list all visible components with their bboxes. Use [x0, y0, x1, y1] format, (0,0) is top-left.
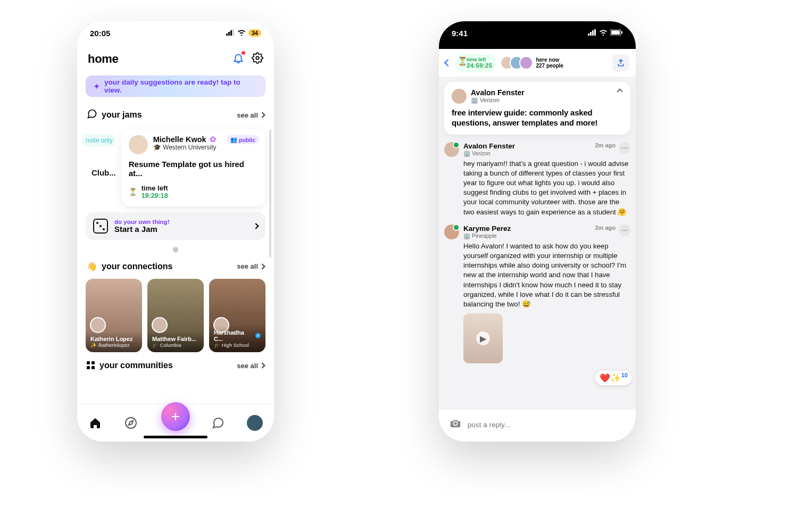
svg-rect-14 — [594, 29, 596, 36]
see-all-communities[interactable]: see all — [237, 362, 264, 370]
reply-input[interactable] — [467, 420, 625, 429]
camera-button[interactable] — [450, 418, 461, 431]
hourglass-icon: ⏳ — [129, 188, 137, 196]
connection-name: Matthew Fairb... — [152, 336, 199, 342]
reaction-count: 10 — [621, 372, 628, 378]
avatar-stack — [500, 56, 533, 70]
notification-dot-icon — [242, 51, 245, 55]
status-bar: 20:05 34 — [77, 21, 274, 45]
jam-topbar: time left 24:59:25 here now 227 people — [439, 49, 636, 77]
connection-card[interactable]: Matthew Fairb... 🎓 Columbia — [147, 279, 204, 352]
settings-button[interactable] — [252, 52, 263, 66]
here-now[interactable]: here now 227 people — [500, 56, 563, 70]
msg-org: 🏢 Verizon — [463, 150, 515, 157]
nav-messages[interactable] — [211, 416, 225, 430]
svg-rect-7 — [87, 366, 90, 369]
banner-text: your daily suggestions are ready! tap to… — [104, 78, 258, 94]
avatar — [90, 317, 106, 333]
author-avatar[interactable] — [444, 142, 459, 157]
connection-card[interactable]: Harshadha C... ✓ 🎓 High School — [209, 279, 265, 352]
msg-author: Avalon Fenster — [463, 142, 515, 150]
online-dot-icon — [453, 224, 460, 231]
home-content: home ✦ your daily suggestions are ready!… — [77, 45, 274, 442]
svg-rect-3 — [232, 29, 234, 36]
see-all-connections[interactable]: see all — [237, 262, 264, 270]
battery-icon — [610, 28, 623, 38]
chevron-right-icon — [259, 362, 265, 368]
notifications-button[interactable] — [232, 52, 244, 66]
section-title: your connections — [102, 262, 172, 271]
jam-author-name: Michelle Kwok — [153, 135, 206, 144]
svg-rect-2 — [230, 30, 232, 36]
nav-home[interactable] — [88, 416, 102, 430]
section-title: your jams — [102, 110, 142, 120]
online-dot-icon — [453, 142, 460, 148]
reply-bar — [444, 413, 630, 436]
avatar — [152, 317, 168, 333]
message: Avalon Fenster 🏢 Verizon 2m ago ⋯ hey ma… — [444, 142, 630, 217]
back-button[interactable] — [444, 59, 452, 66]
play-icon: ▶ — [476, 331, 490, 345]
scrollbar-icon[interactable] — [269, 130, 271, 257]
start-jam-card[interactable]: do your own thing! Start a Jam — [86, 212, 265, 240]
chevron-right-icon — [259, 112, 265, 118]
chevron-right-icon — [253, 223, 259, 229]
reaction-emoji: ❤️✨ — [600, 373, 621, 383]
msg-text: Hello Avalon! I wanted to ask how do you… — [463, 242, 630, 310]
status-icons: 34 — [226, 28, 261, 38]
carousel-indicator: ● — [77, 246, 274, 252]
start-jam-label: Start a Jam — [114, 225, 169, 234]
wave-icon: 👋 — [87, 261, 97, 271]
verified-badge-icon: ✓ — [255, 333, 261, 338]
see-all-jams[interactable]: see all — [237, 111, 264, 119]
nav-profile[interactable] — [247, 415, 263, 431]
svg-point-9 — [126, 418, 136, 428]
your-connections-header: 👋 your connections see all — [77, 253, 274, 275]
nav-explore[interactable] — [124, 416, 138, 430]
phone-home: 20:05 34 home — [77, 21, 274, 442]
jams-carousel[interactable]: nvite only Club... 👥 public Michelle Kwo… — [77, 124, 274, 206]
jam-author-avatar[interactable] — [129, 135, 148, 154]
svg-rect-1 — [228, 32, 230, 36]
invite-only-chip: nvite only — [82, 134, 116, 147]
msg-more-button[interactable]: ⋯ — [619, 142, 630, 154]
share-button[interactable] — [612, 54, 629, 71]
notch-icon — [495, 21, 580, 37]
connection-sub: 🎓 Columbia — [152, 342, 199, 348]
collapse-button[interactable] — [617, 88, 622, 94]
signal-icon — [588, 28, 596, 38]
svg-rect-13 — [592, 30, 594, 36]
status-icons — [588, 28, 623, 38]
time-left-pill: time left 24:59:25 — [455, 54, 496, 72]
jam-title: Resume Template got us hired at... — [129, 160, 258, 178]
chat-bubble-icon — [87, 109, 97, 121]
page-title: home — [88, 52, 118, 66]
pinned-title: free interview guide: commonly asked que… — [452, 108, 623, 128]
connection-name: Harshadha C... ✓ — [214, 329, 261, 342]
your-jams-header: your jams see all — [77, 100, 274, 124]
dice-icon — [93, 219, 108, 234]
msg-org: 🏢 Pineapple — [463, 232, 511, 239]
msg-more-button[interactable]: ⋯ — [619, 225, 630, 236]
connection-card[interactable]: Katherin Lopez ✨ /katherinlopez — [86, 279, 142, 352]
video-thumbnail[interactable]: ▶ — [463, 313, 503, 363]
status-time: 9:41 — [452, 29, 468, 38]
connection-name: Katherin Lopez — [90, 336, 137, 342]
pinned-post[interactable]: Avalon Fenster 🏢 Verizon free interview … — [444, 82, 630, 135]
author-avatar[interactable] — [452, 89, 467, 104]
connection-sub: 🎓 High School — [214, 342, 261, 348]
author-avatar[interactable] — [444, 225, 459, 239]
svg-rect-11 — [588, 34, 589, 36]
jam-body[interactable]: Avalon Fenster 🏢 Verizon free interview … — [439, 77, 636, 410]
grid-icon — [87, 361, 95, 370]
daily-suggestions-banner[interactable]: ✦ your daily suggestions are ready! tap … — [86, 76, 265, 97]
home-indicator-icon — [144, 436, 207, 438]
plus-icon: + — [171, 408, 180, 425]
connections-grid: Katherin Lopez ✨ /katherinlopez Matthew … — [77, 275, 274, 352]
people-icon: 👥 — [230, 136, 237, 143]
create-fab[interactable]: + — [161, 402, 190, 431]
jam-card[interactable]: 👥 public Michelle Kwok ✿ 🎓 Western Unive… — [121, 129, 265, 206]
reactions-bubble[interactable]: ❤️✨ 10 — [595, 371, 631, 385]
jam-card-prev[interactable]: nvite only Club... — [82, 124, 116, 206]
svg-rect-12 — [590, 32, 592, 36]
